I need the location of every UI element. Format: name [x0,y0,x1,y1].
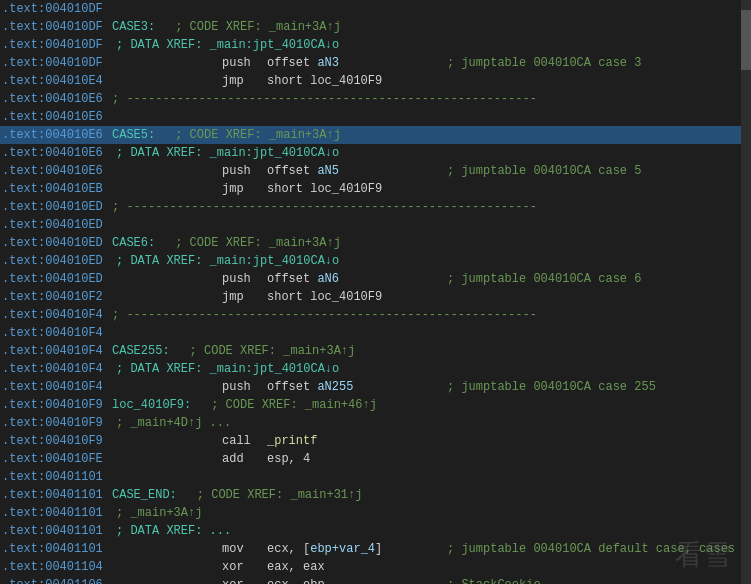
operand: esp, 4 [267,452,447,466]
address: .text:004010E6 [2,128,112,142]
label: CASE6: [112,236,155,250]
address: .text:00401101 [2,506,112,520]
table-row[interactable]: .text:004010F4pushoffset aN255; jumptabl… [0,378,751,396]
operand: short loc_4010F9 [267,74,447,88]
address: .text:004010E6 [2,164,112,178]
table-row[interactable]: .text:004010F9loc_4010F9:; CODE XREF: _m… [0,396,751,414]
scrollbar-thumb[interactable] [741,10,751,70]
address: .text:004010DF [2,2,112,16]
table-row[interactable]: .text:00401104xoreax, eax [0,558,751,576]
address: .text:004010DF [2,56,112,70]
table-row[interactable]: .text:004010E6CASE5:; CODE XREF: _main+3… [0,126,751,144]
address: .text:00401104 [2,560,112,574]
table-row[interactable]: .text:00401101movecx, [ebp+var_4]; jumpt… [0,540,751,558]
table-row[interactable]: .text:00401101; DATA XREF: ... [0,522,751,540]
mnemonic: jmp [222,290,267,304]
table-row[interactable]: .text:004010FEaddesp, 4 [0,450,751,468]
operand: offset aN3 [267,56,447,70]
table-row[interactable]: .text:004010F2jmpshort loc_4010F9 [0,288,751,306]
address: .text:004010ED [2,254,112,268]
table-row[interactable]: .text:004010F4CASE255:; CODE XREF: _main… [0,342,751,360]
mnemonic: add [222,452,267,466]
mnemonic: push [222,380,267,394]
table-row[interactable]: .text:004010F4 ; -----------------------… [0,306,751,324]
table-row[interactable]: .text:00401101 [0,468,751,486]
address: .text:004010DF [2,38,112,52]
table-row[interactable]: .text:004010DF [0,0,751,18]
address: .text:004010F4 [2,380,112,394]
mnemonic: xor [222,578,267,584]
table-row[interactable]: .text:00401106xorecx, ebp; StackCookie [0,576,751,584]
separator-comment: ; --------------------------------------… [112,200,537,214]
table-row[interactable]: .text:004010E6 ; -----------------------… [0,90,751,108]
comment: ; CODE XREF: _main+3A↑j [190,344,356,358]
address: .text:004010F4 [2,344,112,358]
comment: ; jumptable 004010CA case 3 [447,56,641,70]
operand: offset aN6 [267,272,447,286]
address: .text:00401101 [2,488,112,502]
operand: offset aN5 [267,164,447,178]
code-view: .text:004010DF.text:004010DFCASE3:; CODE… [0,0,751,584]
comment: ; _main+3A↑j [116,506,202,520]
table-row[interactable]: .text:004010DF; DATA XREF: _main:jpt_401… [0,36,751,54]
comment: ; CODE XREF: _main+31↑j [197,488,363,502]
comment: ; DATA XREF: _main:jpt_4010CA↓o [116,362,339,376]
table-row[interactable]: .text:004010EDCASE6:; CODE XREF: _main+3… [0,234,751,252]
comment: ; DATA XREF: _main:jpt_4010CA↓o [116,254,339,268]
table-row[interactable]: .text:004010ED [0,216,751,234]
table-row[interactable]: .text:004010F4; DATA XREF: _main:jpt_401… [0,360,751,378]
comment: ; jumptable 004010CA case 5 [447,164,641,178]
address: .text:004010F2 [2,290,112,304]
comment: ; StackCookie [447,578,541,584]
table-row[interactable]: .text:004010ED; DATA XREF: _main:jpt_401… [0,252,751,270]
table-row[interactable]: .text:004010E6pushoffset aN5; jumptable … [0,162,751,180]
operand: short loc_4010F9 [267,182,447,196]
comment: ; CODE XREF: _main+46↑j [211,398,377,412]
table-row[interactable]: .text:004010E4jmpshort loc_4010F9 [0,72,751,90]
table-row[interactable]: .text:004010EBjmpshort loc_4010F9 [0,180,751,198]
label: loc_4010F9: [112,398,191,412]
mnemonic: push [222,164,267,178]
table-row[interactable]: .text:004010DFpushoffset aN3; jumptable … [0,54,751,72]
address: .text:004010ED [2,218,112,232]
comment: ; CODE XREF: _main+3A↑j [175,128,341,142]
label: CASE_END: [112,488,177,502]
table-row[interactable]: .text:004010F4 [0,324,751,342]
address: .text:004010F4 [2,308,112,322]
comment: ; CODE XREF: _main+3A↑j [175,20,341,34]
label: CASE5: [112,128,155,142]
table-row[interactable]: .text:004010DFCASE3:; CODE XREF: _main+3… [0,18,751,36]
operand: short loc_4010F9 [267,290,447,304]
mnemonic: xor [222,560,267,574]
scrollbar[interactable] [741,0,751,584]
mnemonic: jmp [222,74,267,88]
separator-comment: ; --------------------------------------… [112,308,537,322]
label: CASE3: [112,20,155,34]
address: .text:004010E6 [2,110,112,124]
table-row[interactable]: .text:004010E6 [0,108,751,126]
label: CASE255: [112,344,170,358]
operand: offset aN255 [267,380,447,394]
address: .text:004010E6 [2,92,112,106]
table-row[interactable]: .text:004010F9; _main+4D↑j ... [0,414,751,432]
address: .text:00401101 [2,542,112,556]
address: .text:00401106 [2,578,112,584]
table-row[interactable]: .text:00401101; _main+3A↑j [0,504,751,522]
address: .text:004010EB [2,182,112,196]
address: .text:004010F9 [2,434,112,448]
operand: ecx, ebp [267,578,447,584]
mnemonic: call [222,434,267,448]
mnemonic: push [222,272,267,286]
address: .text:00401101 [2,470,112,484]
operand: ecx, [ebp+var_4] [267,542,447,556]
table-row[interactable]: .text:004010E6; DATA XREF: _main:jpt_401… [0,144,751,162]
table-row[interactable]: .text:004010EDpushoffset aN6; jumptable … [0,270,751,288]
table-row[interactable]: .text:00401101CASE_END:; CODE XREF: _mai… [0,486,751,504]
separator-comment: ; --------------------------------------… [112,92,537,106]
operand: _printf [267,434,447,448]
table-row[interactable]: .text:004010ED ; -----------------------… [0,198,751,216]
table-row[interactable]: .text:004010F9call_printf [0,432,751,450]
address: .text:004010ED [2,236,112,250]
comment: ; DATA XREF: _main:jpt_4010CA↓o [116,146,339,160]
address: .text:004010F4 [2,326,112,340]
